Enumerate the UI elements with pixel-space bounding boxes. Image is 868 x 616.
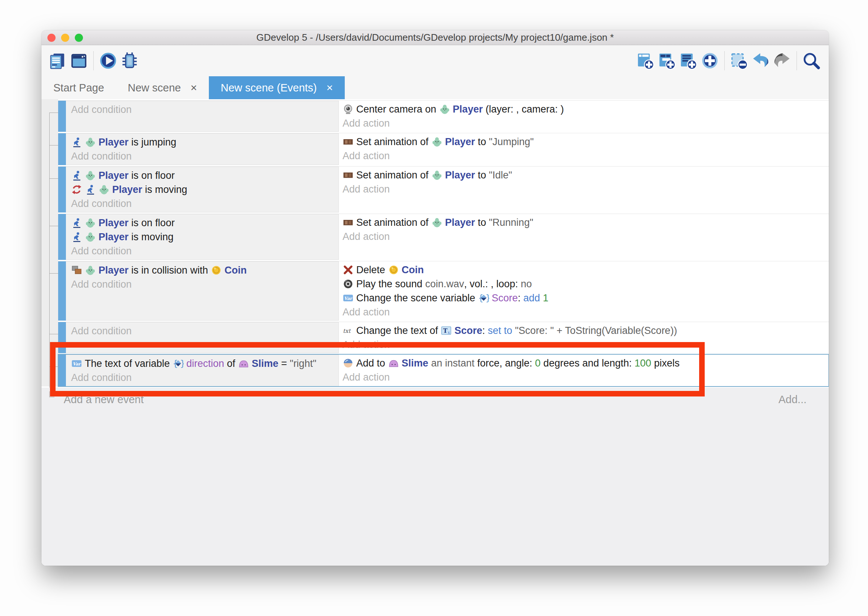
undo-button[interactable] <box>750 50 771 71</box>
event-row[interactable]: Add conditionCenter camera on Player (la… <box>58 100 829 132</box>
player-icon <box>85 170 96 181</box>
conditions-cell: Player is on floorPlayer is movingAdd co… <box>66 214 339 260</box>
svg-text:txt: txt <box>343 328 351 334</box>
text-segment: Set animation of <box>356 136 431 148</box>
text-segment: is moving <box>129 231 174 243</box>
add-action-button[interactable]: Add action <box>343 229 829 244</box>
braces-icon: {} <box>173 358 184 369</box>
action-line[interactable]: Center camera on Player (layer: , camera… <box>343 102 829 116</box>
add-condition-button[interactable]: Add condition <box>71 244 338 258</box>
add-comment-button[interactable] <box>678 50 699 71</box>
action-line[interactable]: Set animation of Player to "Running" <box>343 215 829 229</box>
event-row[interactable]: Player is jumpingAdd conditionSet animat… <box>58 133 829 165</box>
close-tab-icon[interactable]: × <box>191 82 197 93</box>
player-icon <box>85 137 96 148</box>
tab-new-scene-events-[interactable]: New scene (Events)× <box>209 76 345 99</box>
add-condition-button[interactable]: Add condition <box>71 149 338 163</box>
camera-icon <box>343 104 354 115</box>
text-segment: The text of variable <box>85 358 173 369</box>
play-preview-button[interactable] <box>97 50 119 71</box>
text-segment: of <box>224 358 238 369</box>
player-icon <box>85 265 96 276</box>
add-action-button[interactable]: Add action <box>343 305 829 319</box>
event-row[interactable]: Add conditiontxtChange the text of TxSco… <box>58 322 829 353</box>
gdevelop-window: GDevelop 5 - /Users/david/Documents/GDev… <box>41 30 829 566</box>
event-row[interactable]: Player is on floorPlayer is movingAdd co… <box>58 166 829 212</box>
tab-start-page[interactable]: Start Page <box>41 76 116 99</box>
var-icon: Var <box>71 358 82 369</box>
add-condition-button[interactable]: Add condition <box>71 102 338 116</box>
text-segment: is moving <box>142 184 187 195</box>
add-action-button[interactable]: Add action <box>343 116 829 130</box>
platformer-icon <box>71 137 82 148</box>
event-row[interactable]: VarThe text of variable {}direction of S… <box>58 354 829 387</box>
player-icon <box>431 170 442 181</box>
delete-event-button[interactable] <box>728 50 750 71</box>
text-segment: 1 <box>543 292 549 304</box>
zoom-window-button[interactable] <box>75 34 83 42</box>
action-line[interactable]: Play the sound coin.wav, vol.: , loop: n… <box>343 277 829 291</box>
events-sheet: Add conditionCenter camera on Player (la… <box>41 99 829 566</box>
add-new-event-button[interactable]: Add a new event <box>64 393 144 406</box>
conditions-cell: Player is on floorPlayer is movingAdd co… <box>66 167 339 212</box>
event-row[interactable]: Player is in collision with CoinAdd cond… <box>58 261 829 321</box>
tab-label: New scene (Events) <box>221 82 317 94</box>
close-window-button[interactable] <box>47 34 55 42</box>
event-handle <box>58 322 66 353</box>
tree-corner-icon <box>49 391 54 397</box>
event-handle <box>58 214 66 260</box>
condition-line[interactable]: Player is jumping <box>71 135 338 149</box>
animation-icon <box>343 136 354 147</box>
toolbar-separator <box>93 51 94 70</box>
text-segment: to <box>475 136 489 148</box>
add-subevent-button[interactable] <box>656 50 678 71</box>
condition-line[interactable]: Player is on floor <box>71 168 338 182</box>
text-segment: Center camera on <box>356 104 439 115</box>
actions-cell: Set animation of Player to "Jumping"Add … <box>339 133 829 165</box>
action-line[interactable]: VarChange the scene variable {}Score: ad… <box>343 291 829 305</box>
project-manager-button[interactable] <box>47 50 68 71</box>
condition-line[interactable]: Player is moving <box>71 182 338 196</box>
add-more-button[interactable]: Add... <box>778 393 807 406</box>
add-circle-button[interactable] <box>699 50 721 71</box>
event-handle <box>58 133 66 165</box>
action-line[interactable]: txtChange the text of TxScore: set to "S… <box>343 324 829 338</box>
text-segment: is on floor <box>129 217 175 229</box>
add-action-button[interactable]: Add action <box>343 370 829 384</box>
condition-line[interactable]: Player is in collision with Coin <box>71 263 338 277</box>
condition-line[interactable]: VarThe text of variable {}direction of S… <box>71 357 338 371</box>
search-button[interactable] <box>800 50 822 71</box>
add-action-button[interactable]: Add action <box>343 338 829 352</box>
event-row[interactable]: Player is on floorPlayer is movingAdd co… <box>58 214 829 260</box>
add-event-button[interactable] <box>635 50 656 71</box>
text-segment: Player <box>99 231 129 243</box>
close-tab-icon[interactable]: × <box>327 82 333 93</box>
action-line[interactable]: Set animation of Player to "Idle" <box>343 168 829 182</box>
text-segment: Player <box>445 217 475 228</box>
text-segment: Slime <box>252 358 278 369</box>
event-handle <box>58 261 66 321</box>
text-segment: Delete <box>356 264 388 276</box>
delete-icon <box>343 264 354 275</box>
action-line[interactable]: Set animation of Player to "Jumping" <box>343 135 829 149</box>
add-condition-button[interactable]: Add condition <box>71 324 338 338</box>
text-segment: to <box>475 217 489 228</box>
action-line[interactable]: Add to Slime an instant force, angle: 0 … <box>343 356 829 370</box>
redo-button[interactable] <box>771 50 793 71</box>
add-action-button[interactable]: Add action <box>343 182 829 196</box>
condition-line[interactable]: Player is moving <box>71 230 338 244</box>
add-action-button[interactable]: Add action <box>343 149 829 163</box>
event-handle <box>58 355 66 387</box>
add-condition-button[interactable]: Add condition <box>71 371 338 385</box>
add-condition-button[interactable]: Add condition <box>71 196 338 211</box>
add-condition-button[interactable]: Add condition <box>71 277 338 291</box>
text-segment: 100 <box>635 358 651 369</box>
platformer-icon <box>71 231 82 242</box>
minimize-window-button[interactable] <box>61 34 69 42</box>
condition-line[interactable]: Player is on floor <box>71 216 338 230</box>
action-line[interactable]: Delete Coin <box>343 263 829 277</box>
debug-button[interactable] <box>119 50 140 71</box>
text-segment: pixels <box>651 358 680 369</box>
tab-new-scene[interactable]: New scene× <box>116 76 209 99</box>
scene-editor-button[interactable] <box>68 50 90 71</box>
